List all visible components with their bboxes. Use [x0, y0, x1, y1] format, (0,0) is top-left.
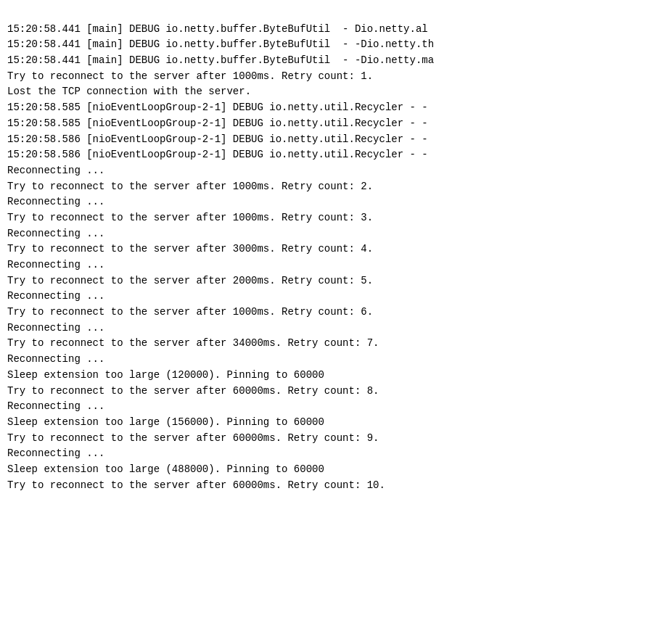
- log-line: Reconnecting ...: [7, 257, 646, 273]
- log-line: Try to reconnect to the server after 100…: [7, 179, 646, 195]
- log-container: 15:20:58.441 [main] DEBUG io.netty.buffe…: [0, 0, 653, 499]
- log-line: Reconnecting ...: [7, 289, 646, 305]
- log-line: Try to reconnect to the server after 200…: [7, 273, 646, 289]
- log-line: Reconnecting ...: [7, 399, 646, 415]
- log-line: 15:20:58.585 [nioEventLoopGroup-2-1] DEB…: [7, 100, 646, 116]
- log-line: Sleep extension too large (156000). Pinn…: [7, 415, 646, 431]
- log-line: Reconnecting ...: [7, 194, 646, 210]
- log-line: 15:20:58.441 [main] DEBUG io.netty.buffe…: [7, 53, 646, 69]
- log-line: Sleep extension too large (488000). Pinn…: [7, 462, 646, 478]
- log-line: 15:20:58.586 [nioEventLoopGroup-2-1] DEB…: [7, 147, 646, 163]
- log-line: Try to reconnect to the server after 100…: [7, 69, 646, 85]
- log-line: Try to reconnect to the server after 600…: [7, 384, 646, 400]
- log-line: 15:20:58.585 [nioEventLoopGroup-2-1] DEB…: [7, 116, 646, 132]
- log-line: Try to reconnect to the server after 300…: [7, 242, 646, 257]
- log-line: Reconnecting ...: [7, 163, 646, 179]
- log-line: Reconnecting ...: [7, 321, 646, 337]
- log-line: Sleep extension too large (120000). Pinn…: [7, 368, 646, 384]
- log-line: Try to reconnect to the server after 340…: [7, 336, 646, 352]
- log-line: Try to reconnect to the server after 100…: [7, 305, 646, 321]
- log-line: Try to reconnect to the server after 600…: [7, 478, 646, 494]
- log-line: Try to reconnect to the server after 600…: [7, 431, 646, 447]
- log-line: Reconnecting ...: [7, 352, 646, 368]
- log-line: Reconnecting ...: [7, 446, 646, 462]
- log-line: 15:20:58.586 [nioEventLoopGroup-2-1] DEB…: [7, 132, 646, 148]
- log-line: Reconnecting ...: [7, 226, 646, 242]
- log-line: 15:20:58.441 [main] DEBUG io.netty.buffe…: [7, 37, 646, 53]
- log-line: 15:20:58.441 [main] DEBUG io.netty.buffe…: [7, 22, 646, 38]
- log-line: Lost the TCP connection with the server.: [7, 84, 646, 100]
- log-line: Try to reconnect to the server after 100…: [7, 210, 646, 226]
